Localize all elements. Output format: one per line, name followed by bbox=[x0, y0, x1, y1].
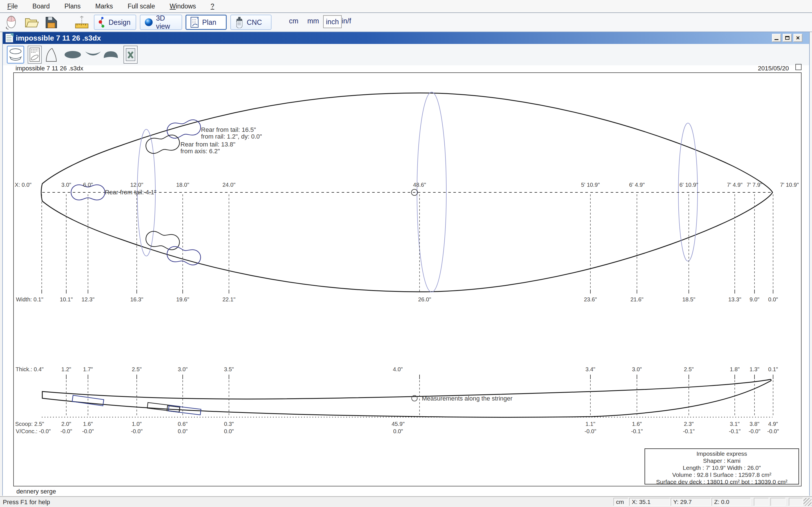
menu-item-marks[interactable]: Marks bbox=[88, 3, 120, 10]
design-nodes-icon bbox=[98, 17, 106, 28]
menu-bar: File Board Plans Marks Full scale Window… bbox=[0, 0, 812, 13]
menu-item-plans[interactable]: Plans bbox=[57, 3, 88, 10]
menu-item-file[interactable]: File bbox=[0, 3, 25, 10]
status-empty-1 bbox=[754, 498, 769, 506]
unit-cm[interactable]: cm bbox=[289, 17, 298, 25]
outline-profile-view-button[interactable] bbox=[7, 46, 24, 64]
plan-button[interactable]: Plan bbox=[186, 15, 227, 30]
mouse-icon[interactable] bbox=[3, 14, 18, 31]
section-view-icon bbox=[103, 51, 118, 59]
menu-item-windows[interactable]: Windows bbox=[162, 3, 203, 10]
section-view-icon-button[interactable] bbox=[102, 46, 119, 64]
cnc-button[interactable]: CNC bbox=[231, 15, 271, 30]
status-y: Y: 29.7 bbox=[671, 498, 711, 506]
spec-sheet-icon bbox=[29, 47, 40, 62]
status-empty-2 bbox=[770, 498, 785, 506]
unit-mm[interactable]: mm bbox=[307, 17, 319, 25]
sheet-header-title: impossible 7 11 26 .s3dx bbox=[15, 65, 84, 72]
status-unit: cm bbox=[613, 498, 628, 506]
ruler-icon[interactable] bbox=[74, 14, 90, 31]
main-toolbar: Design 3D view Plan bbox=[0, 13, 812, 32]
sheet-footer: dennery serge bbox=[16, 488, 56, 495]
view-toolbar bbox=[3, 44, 809, 66]
info-shaper: Shaper : Kami bbox=[645, 457, 799, 464]
status-z: Z: 0.0 bbox=[712, 498, 751, 506]
spec-sheet-button[interactable] bbox=[28, 46, 42, 64]
plan-page-icon bbox=[190, 17, 199, 28]
resize-grip[interactable] bbox=[804, 498, 811, 506]
menu-item-help[interactable]: ? bbox=[203, 3, 221, 10]
rocker-view-icon bbox=[85, 51, 101, 58]
design-button[interactable]: Design bbox=[94, 15, 136, 30]
cnc-tool-icon bbox=[235, 16, 244, 28]
top-view-icon-button[interactable] bbox=[63, 46, 83, 64]
outline-profile-icon bbox=[9, 47, 22, 62]
document-icon bbox=[5, 33, 13, 43]
board-info-box: Impossible express Shaper : Kami Length … bbox=[645, 448, 799, 485]
sphere-icon bbox=[144, 17, 153, 27]
status-bar: Press F1 for help cm X: 35.1 Y: 29.7 Z: … bbox=[0, 496, 812, 507]
top-view-icon bbox=[64, 50, 82, 59]
rocker-view-icon-button[interactable] bbox=[84, 46, 102, 64]
menu-item-board[interactable]: Board bbox=[25, 3, 57, 10]
foil-curve-icon bbox=[45, 47, 59, 62]
menu-item-full-scale[interactable]: Full scale bbox=[120, 3, 162, 10]
application-window: File Board Plans Marks Full scale Window… bbox=[0, 0, 812, 507]
excel-icon bbox=[125, 48, 136, 61]
foil-view-button[interactable] bbox=[44, 46, 59, 64]
window-title-bar[interactable]: impossible 7 11 26 .s3dx ✕ bbox=[3, 32, 809, 44]
close-button[interactable]: ✕ bbox=[794, 34, 802, 42]
help-text: Press F1 for help bbox=[3, 499, 50, 506]
info-dimensions: Length : 7' 10.9" Width : 26.0" bbox=[645, 464, 799, 471]
unit-inch[interactable]: inch bbox=[323, 15, 342, 28]
save-icon[interactable] bbox=[43, 14, 59, 31]
3d-view-button[interactable]: 3D view bbox=[140, 15, 182, 30]
sheet-date: 2015/05/20 bbox=[758, 65, 789, 72]
unit-inf[interactable]: in/f bbox=[342, 17, 351, 25]
status-empty-3 bbox=[789, 498, 803, 506]
window-title: impossible 7 11 26 .s3dx bbox=[16, 34, 101, 43]
info-volume-surface: Volume : 92.8 l Surface : 12597.8 cm² bbox=[645, 471, 799, 478]
info-dev-surfaces: Surface dev deck : 13801.0 cm² bot : 130… bbox=[645, 478, 799, 485]
info-board-name: Impossible express bbox=[645, 450, 799, 457]
export-excel-button[interactable] bbox=[123, 46, 138, 64]
open-folder-icon[interactable] bbox=[24, 14, 40, 31]
maximize-button[interactable] bbox=[783, 34, 792, 42]
status-x: X: 35.1 bbox=[629, 498, 670, 506]
minimize-button[interactable] bbox=[772, 34, 781, 42]
